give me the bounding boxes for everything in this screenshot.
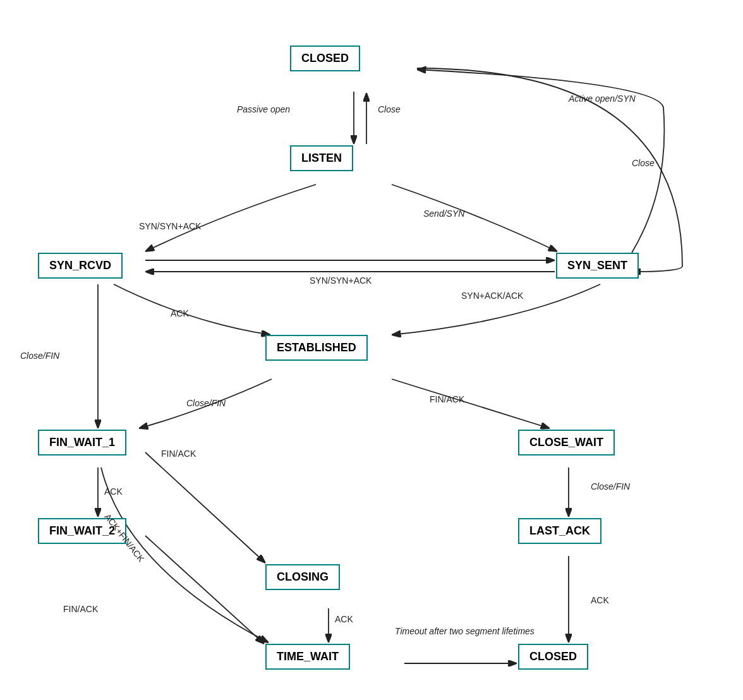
state-closed-bottom: CLOSED (518, 644, 588, 670)
label-active-open-syn: Active open/SYN (569, 94, 636, 104)
label-syn-syn-ack-right: SYN/SYN+ACK (310, 275, 372, 286)
label-close-top: Close (378, 104, 401, 114)
label-passive-open: Passive open (237, 104, 290, 114)
label-syn-syn-ack-left: SYN/SYN+ACK (139, 221, 201, 231)
label-close-fin-syn-rcvd: Close/FIN (20, 351, 59, 361)
label-close-fin-from-estab: Close/FIN (186, 398, 226, 408)
label-timeout: Timeout after two segment lifetimes (395, 625, 535, 638)
label-ack-last-ack: ACK (591, 595, 609, 605)
state-closing: CLOSING (265, 564, 340, 590)
label-fin-ack-from-estab: FIN/ACK (430, 394, 464, 404)
arrows-svg (0, 0, 743, 700)
state-time-wait: TIME_WAIT (265, 644, 350, 670)
label-close-right: Close (632, 158, 655, 168)
label-send-syn: Send/SYN (423, 208, 464, 219)
label-ack-fin-wait1: ACK (104, 486, 123, 497)
state-syn-sent: SYN_SENT (556, 253, 639, 279)
state-close-wait: CLOSE_WAIT (518, 430, 615, 456)
state-listen: LISTEN (290, 145, 353, 171)
label-fin-ack-fin-wait1: FIN/ACK (161, 449, 196, 459)
label-ack-closing: ACK (335, 614, 353, 624)
state-established: ESTABLISHED (265, 335, 368, 361)
state-fin-wait-1: FIN_WAIT_1 (38, 430, 126, 456)
label-fin-ack-fin-wait2: FIN/ACK (63, 604, 98, 614)
svg-line-9 (145, 536, 264, 644)
label-ack-from-syn-rcvd: ACK (171, 308, 189, 318)
state-syn-rcvd: SYN_RCVD (38, 253, 123, 279)
svg-line-5 (392, 379, 550, 428)
state-closed-top: CLOSED (290, 45, 360, 71)
label-syn-ack-ack: SYN+ACK/ACK (461, 291, 523, 301)
label-close-fin-close-wait: Close/FIN (591, 481, 630, 492)
tcp-state-diagram: CLOSED LISTEN SYN_RCVD SYN_SENT ESTABLIS… (0, 0, 743, 700)
state-last-ack: LAST_ACK (518, 518, 601, 544)
svg-line-8 (145, 452, 265, 563)
